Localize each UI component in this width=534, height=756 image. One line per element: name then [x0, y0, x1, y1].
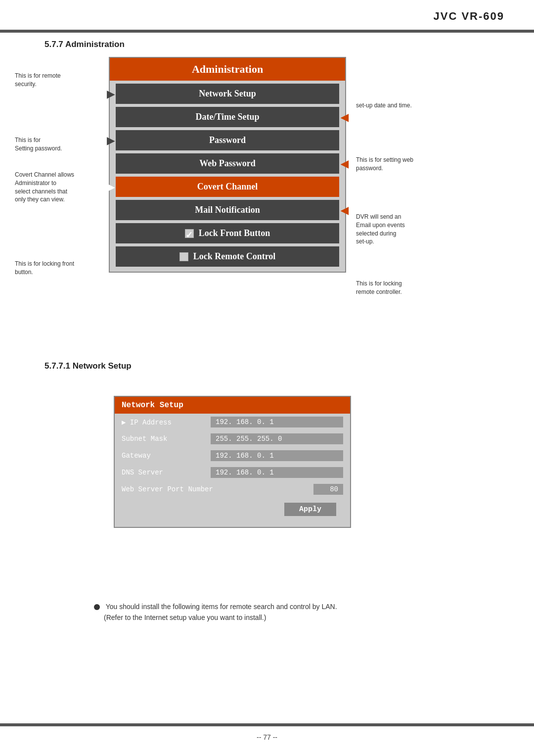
menu-item-mail-notification[interactable]: Mail Notification ◀ — [116, 200, 339, 220]
ann-web-password: This is for setting webpassword. — [356, 156, 455, 173]
bullet-note: You should install the following items f… — [94, 601, 440, 623]
label-web-port: Web Server Port Number — [122, 485, 213, 493]
row-subnet-mask: Subnet Mask 255. 255. 255. 0 — [115, 430, 350, 447]
menu-item-network-setup[interactable]: ▶ Network Setup — [116, 84, 339, 104]
menu-item-lock-remote[interactable]: Lock Remote Control — [116, 246, 339, 267]
note-line1: You should install the following items f… — [106, 603, 337, 611]
network-setup-title: Network Setup — [115, 397, 350, 414]
footer-bar — [0, 723, 534, 726]
header-bar — [0, 30, 534, 33]
admin-diagram: Administration ▶ Network Setup Date/Time… — [109, 57, 346, 273]
admin-title: Administration — [110, 58, 345, 81]
lock-front-checkbox[interactable]: ✓ — [185, 229, 194, 238]
ann-password: This is forSetting password. — [15, 136, 94, 153]
network-setup-panel: Network Setup IP Address 192. 168. 0. 1 … — [114, 396, 351, 528]
label-ip-address: IP Address — [122, 418, 206, 426]
ann-lock-front: This is for locking frontbutton. — [15, 260, 99, 277]
page-number: -- 77 -- — [0, 733, 534, 741]
ann-mail: DVR will send anEmail upon eventsselecte… — [356, 213, 455, 246]
section2-heading: 5.7.7.1 Network Setup — [44, 361, 132, 371]
lock-remote-checkbox[interactable] — [179, 252, 188, 261]
ann-covert: Covert Channel allowsAdministrator tosel… — [15, 171, 99, 204]
ann-datetime: set-up date and time. — [356, 101, 455, 110]
ann-lock-remote: This is for lockingremote controller. — [356, 280, 455, 296]
left-arrow-covert: ▶ — [107, 181, 114, 193]
menu-item-datetime[interactable]: Date/Time Setup ◀ — [116, 107, 339, 127]
apply-button[interactable]: Apply — [284, 503, 336, 516]
section1-heading: 5.7.7 Administration — [44, 40, 125, 49]
ann-remote-security: This is for remotesecurity. — [15, 72, 94, 89]
value-web-port[interactable]: 80 — [313, 484, 343, 495]
right-arrow-web-password: ◀ — [341, 158, 348, 170]
value-dns-server[interactable]: 192. 168. 0. 1 — [211, 467, 343, 478]
left-arrow-network: ▶ — [107, 88, 114, 100]
value-subnet-mask[interactable]: 255. 255. 255. 0 — [211, 433, 343, 444]
note-line2: (Refer to the Internet setup value you w… — [104, 614, 266, 621]
value-gateway[interactable]: 192. 168. 0. 1 — [211, 450, 343, 461]
row-web-port: Web Server Port Number 80 — [115, 481, 350, 498]
value-ip-address[interactable]: 192. 168. 0. 1 — [211, 417, 343, 427]
label-dns-server: DNS Server — [122, 469, 206, 476]
right-arrow-mail: ◀ — [341, 204, 348, 216]
menu-item-web-password[interactable]: Web Password ◀ — [116, 153, 339, 174]
label-subnet-mask: Subnet Mask — [122, 435, 206, 443]
label-gateway: Gateway — [122, 452, 206, 460]
row-dns-server: DNS Server 192. 168. 0. 1 — [115, 464, 350, 481]
right-arrow-datetime: ◀ — [341, 111, 348, 123]
menu-item-covert-channel[interactable]: ▶ Covert Channel — [116, 177, 339, 197]
menu-item-password[interactable]: ▶ Password — [116, 130, 339, 150]
menu-item-lock-front[interactable]: ✓ Lock Front Button — [116, 223, 339, 243]
row-ip-address: IP Address 192. 168. 0. 1 — [115, 414, 350, 430]
left-arrow-password: ▶ — [107, 135, 114, 146]
bullet-icon — [94, 604, 100, 610]
row-gateway: Gateway 192. 168. 0. 1 — [115, 447, 350, 464]
header-title: JVC VR-609 — [433, 10, 504, 23]
